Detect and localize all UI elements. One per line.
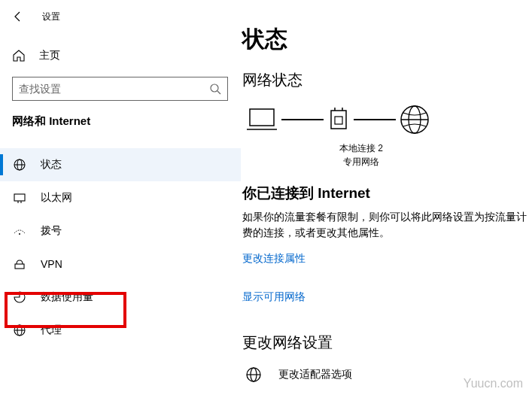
adapter-icon [245,366,262,383]
globe-icon [399,104,430,135]
ethernet-icon [12,190,27,205]
page-title: 状态 [242,24,532,55]
sidebar-item-label: VPN [41,258,62,270]
sidebar-category: 网络和 Internet [0,101,241,135]
proxy-icon [12,323,27,338]
main-content: 状态 网络状态 本地连接 2 专用网络 你已连接到 Internet 如果你的流… [241,0,532,404]
search-wrap [0,71,241,101]
nav-list: 状态 以太网 拨号 VPN 数据使用量 [0,148,241,347]
adapter-options-label: 更改适配器选项 [278,368,352,381]
sidebar-item-data-usage[interactable]: 数据使用量 [0,281,241,314]
sidebar-item-label: 以太网 [41,191,72,205]
settings-label: 设置 [42,11,60,23]
svg-line-1 [217,91,220,94]
sidebar: 设置 主页 网络和 Internet 状态 以太网 [0,0,241,404]
laptop-icon [245,106,278,133]
diagram-labels: 本地连接 2 专用网络 [316,141,406,169]
svg-rect-13 [250,109,274,126]
search-box[interactable] [12,77,228,101]
sidebar-item-status[interactable]: 状态 [0,148,241,181]
connection-line [281,119,324,120]
svg-point-0 [211,84,218,92]
search-icon [209,83,221,95]
header-row: 设置 [0,0,241,33]
connection-line [354,119,396,120]
link-change-connection-properties[interactable]: 更改连接属性 [242,252,306,266]
connection-name: 本地连接 2 [316,141,406,155]
router-icon [327,106,351,133]
sidebar-item-label: 状态 [41,158,62,172]
change-settings-heading: 更改网络设置 [242,333,532,353]
sidebar-item-home[interactable]: 主页 [0,41,241,71]
sidebar-item-ethernet[interactable]: 以太网 [0,181,241,214]
svg-rect-15 [331,111,346,129]
network-diagram [242,104,532,135]
home-icon [12,49,26,62]
link-show-available-networks[interactable]: 显示可用网络 [242,290,306,304]
network-type: 专用网络 [316,155,406,169]
home-label: 主页 [39,49,60,62]
sidebar-item-label: 代理 [41,324,62,337]
svg-point-8 [19,233,20,235]
connected-body: 如果你的流量套餐有限制，则你可以将此网络设置为按流量计费的连接，或者更改其他属性… [242,209,532,241]
svg-rect-16 [335,117,342,124]
svg-rect-9 [15,264,24,269]
connected-heading: 你已连接到 Internet [242,184,532,203]
sidebar-item-label: 拨号 [41,224,62,238]
status-icon [12,157,27,172]
network-status-heading: 网络状态 [242,70,532,90]
svg-rect-5 [14,194,25,201]
adapter-options-row[interactable]: 更改适配器选项 [242,366,532,383]
vpn-icon [12,257,27,272]
sidebar-item-dialup[interactable]: 拨号 [0,214,241,248]
search-input[interactable] [19,83,209,95]
data-usage-icon [12,290,27,305]
back-arrow-icon[interactable] [11,9,26,24]
sidebar-item-vpn[interactable]: VPN [0,248,241,281]
sidebar-item-proxy[interactable]: 代理 [0,314,241,347]
sidebar-item-label: 数据使用量 [41,290,93,304]
dialup-icon [12,223,27,238]
